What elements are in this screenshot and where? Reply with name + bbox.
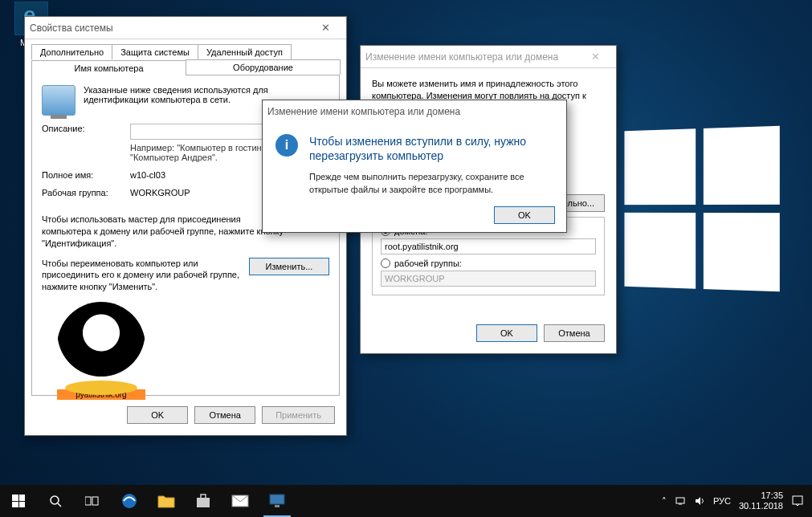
tab-computer-name[interactable]: Имя компьютера [31, 60, 186, 75]
cancel-button[interactable]: Отмена [544, 324, 605, 342]
task-view-icon [85, 495, 100, 507]
workgroup-value: WORKGROUP [130, 188, 190, 197]
folder-icon [157, 494, 175, 508]
titlebar[interactable]: Изменение имени компьютера или домена ✕ [361, 46, 616, 68]
window-title: Свойства системы [30, 22, 113, 34]
description-label: Описание: [42, 124, 130, 133]
svg-rect-9 [275, 505, 280, 507]
change-button[interactable]: Изменить... [249, 258, 329, 275]
radio-workgroup-label: рабочей группы: [394, 258, 462, 268]
tab-protection[interactable]: Защита системы [112, 44, 198, 59]
titlebar[interactable]: Изменение имени компьютера или домена [263, 100, 566, 123]
windows-logo [624, 126, 779, 292]
task-view-button[interactable] [74, 485, 111, 517]
clock-date: 30.11.2018 [739, 501, 783, 511]
radio-icon [381, 258, 390, 268]
edge-icon [120, 492, 138, 510]
search-button[interactable] [37, 485, 74, 517]
taskbar-app-explorer[interactable] [148, 485, 185, 517]
svg-rect-2 [85, 497, 91, 505]
wizard-text: Чтобы использовать мастер для присоедине… [42, 214, 284, 250]
svg-rect-10 [676, 498, 684, 503]
svg-line-1 [58, 503, 61, 507]
network-icon[interactable] [675, 495, 686, 507]
window-restart-message: Изменение имени компьютера или домена i … [262, 100, 567, 233]
monitor-icon [268, 493, 286, 509]
start-button[interactable] [0, 485, 37, 517]
tray-chevron-icon[interactable]: ˄ [662, 496, 667, 507]
svg-rect-12 [793, 496, 802, 504]
tab-remote[interactable]: Удаленный доступ [198, 44, 292, 59]
svg-rect-6 [201, 495, 206, 499]
ok-button[interactable]: OK [494, 206, 555, 224]
clock[interactable]: 17:35 30.11.2018 [739, 491, 783, 511]
taskbar: ˄ РУС 17:35 30.11.2018 [0, 485, 812, 517]
svg-rect-8 [270, 495, 284, 504]
taskbar-app-edge[interactable] [111, 485, 148, 517]
window-title: Изменение имени компьютера или домена [267, 106, 460, 117]
penguin-logo: pyatilistnik.org [57, 302, 145, 390]
ok-button[interactable]: OK [476, 324, 537, 342]
rename-text: Чтобы переименовать компьютер или присое… [42, 258, 241, 294]
system-tray: ˄ РУС 17:35 30.11.2018 [654, 491, 812, 511]
volume-icon[interactable] [694, 495, 705, 507]
notifications-icon[interactable] [791, 495, 804, 507]
close-button[interactable]: ✕ [579, 48, 611, 66]
penguin-label: pyatilistnik.org [57, 389, 145, 400]
workgroup-label: Рабочая группа: [42, 188, 130, 197]
titlebar[interactable]: Свойства системы ✕ [25, 17, 346, 39]
fullname-value: w10-cl03 [130, 170, 165, 180]
window-title: Изменение имени компьютера или домена [365, 51, 558, 63]
workgroup-input [381, 271, 596, 287]
search-icon [49, 495, 62, 507]
fullname-label: Полное имя: [42, 170, 130, 180]
apply-button[interactable]: Применить [262, 406, 335, 424]
message-main: Чтобы изменения вступили в силу, нужно п… [309, 134, 553, 163]
store-icon [195, 493, 211, 509]
tab-advanced[interactable]: Дополнительно [31, 44, 112, 59]
computer-icon [42, 85, 75, 116]
cancel-button[interactable]: Отмена [194, 406, 255, 424]
language-indicator[interactable]: РУС [713, 496, 731, 506]
svg-rect-5 [197, 498, 210, 507]
windows-icon [12, 495, 25, 507]
domain-input[interactable] [381, 238, 596, 254]
clock-time: 17:35 [739, 491, 783, 501]
taskbar-app-system[interactable] [259, 485, 296, 517]
radio-workgroup[interactable]: рабочей группы: [381, 258, 596, 268]
mail-icon [231, 495, 249, 507]
svg-point-0 [51, 496, 59, 504]
close-button[interactable]: ✕ [309, 19, 341, 37]
taskbar-app-store[interactable] [185, 485, 222, 517]
taskbar-app-mail[interactable] [222, 485, 259, 517]
ok-button[interactable]: OK [127, 406, 188, 424]
message-sub: Прежде чем выполнить перезагрузку, сохра… [309, 171, 553, 196]
info-icon: i [275, 134, 298, 157]
tab-hardware[interactable]: Оборудование [186, 59, 341, 75]
svg-rect-3 [92, 497, 98, 505]
